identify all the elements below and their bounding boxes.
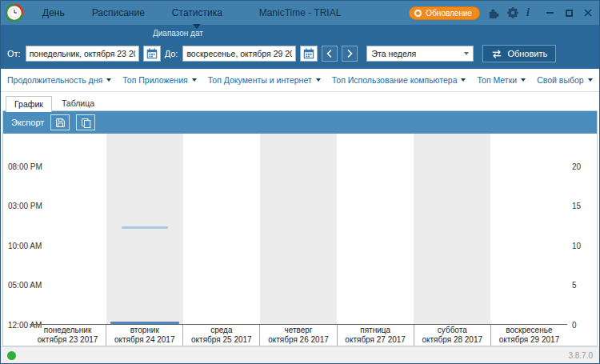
stat-menu-top-documents[interactable]: Топ Документы и интернет	[208, 75, 321, 85]
day-name: среда	[183, 326, 259, 335]
minimize-icon	[546, 12, 554, 14]
chart-series-day-length-hours	[122, 226, 168, 229]
chart-plot	[30, 134, 567, 325]
y-axis-value-label: 20	[572, 162, 581, 171]
version-label: 3.8.7.0	[568, 351, 593, 360]
save-icon	[55, 118, 66, 128]
date-range-band: Диапазон дат От: До:	[1, 25, 599, 69]
to-date-input[interactable]	[182, 46, 296, 62]
chart-column[interactable]	[414, 134, 490, 324]
chart-axis-right: 05101520	[567, 134, 597, 325]
day-date: октября 27 2017	[338, 335, 414, 345]
chart-column[interactable]	[337, 134, 414, 324]
stat-menu-top-tags[interactable]: Топ Метки	[477, 75, 526, 85]
stat-menu-computer-usage[interactable]: Топ Использование компьютера	[332, 75, 466, 85]
day-label: четвергоктября 26 2017	[259, 325, 336, 346]
day-date: октября 23 2017	[30, 335, 106, 345]
chart-axis-left: 12:00 AM05:00 AM10:00 AM03:00 PM08:00 PM	[3, 134, 30, 325]
chevron-down-icon	[192, 78, 197, 82]
day-date: октября 29 2017	[491, 335, 567, 345]
day-name: вторник	[106, 326, 182, 335]
previous-period-button[interactable]	[322, 46, 338, 62]
calendar-icon	[303, 48, 314, 59]
close-button[interactable]	[578, 1, 598, 25]
tab-chart[interactable]: График	[6, 96, 52, 112]
update-icon	[414, 10, 422, 17]
export-toolbar: Экспорт	[3, 111, 597, 134]
tab-timeline[interactable]: Расписание	[92, 1, 145, 25]
info-icon[interactable]: i	[526, 7, 530, 18]
chevron-down-icon	[316, 78, 321, 82]
statistics-menu-bar: Продолжительность дня Топ Приложения Топ…	[1, 69, 599, 92]
chart-day-labels: понедельникоктября 23 2017вторникоктября…	[30, 325, 567, 346]
save-image-button[interactable]	[50, 114, 70, 130]
day-label: воскресеньеоктября 29 2017	[490, 325, 567, 346]
next-period-button[interactable]	[342, 46, 358, 62]
refresh-button-label: Обновить	[507, 49, 547, 58]
from-date-input[interactable]	[26, 46, 139, 62]
chevron-down-icon	[464, 52, 469, 55]
maximize-button[interactable]	[559, 1, 578, 25]
update-available-button[interactable]: Обновление	[409, 6, 480, 20]
chart-column[interactable]	[260, 134, 337, 324]
from-label: От:	[7, 49, 21, 58]
day-name: четверг	[260, 326, 336, 335]
day-label: субботаоктября 28 2017	[414, 325, 490, 346]
stat-menu-custom[interactable]: Свой выбор	[537, 75, 592, 85]
from-calendar-button[interactable]	[143, 46, 161, 62]
to-label: До:	[165, 49, 178, 58]
tab-day[interactable]: День	[42, 1, 65, 25]
titlebar: День Расписание Статистика ManicTime - T…	[1, 1, 599, 25]
date-range-controls: От: До:	[7, 45, 596, 62]
maximize-icon	[566, 10, 573, 17]
settings-gear-icon[interactable]	[506, 6, 519, 19]
day-label: средаоктября 25 2017	[182, 325, 259, 346]
menu-label: Топ Приложения	[122, 75, 187, 85]
chart-column[interactable]	[106, 134, 183, 324]
copy-icon	[81, 118, 91, 128]
date-range-section-label: Диапазон дат	[153, 29, 203, 38]
tab-statistics-label: Статистика	[172, 7, 222, 18]
plugins-puzzle-icon[interactable]	[487, 7, 499, 19]
chevron-down-icon	[106, 78, 111, 82]
active-tab-indicator	[193, 24, 201, 29]
y-axis-value-label: 0	[572, 321, 577, 330]
tab-timeline-label: Расписание	[92, 7, 145, 18]
day-date: октября 25 2017	[183, 335, 259, 345]
day-label: пятницаоктября 27 2017	[337, 325, 414, 346]
stat-menu-day-length[interactable]: Продолжительность дня	[7, 75, 111, 85]
y-axis-value-label: 5	[572, 281, 577, 290]
day-label: вторникоктября 24 2017	[106, 325, 182, 346]
day-date: октября 26 2017	[260, 335, 336, 345]
export-label: Экспорт	[11, 118, 44, 127]
main-nav-tabs: День Расписание Статистика	[42, 1, 222, 25]
tab-statistics[interactable]: Статистика	[172, 1, 222, 25]
day-length-chart: 12:00 AM05:00 AM10:00 AM03:00 PM08:00 PM…	[3, 134, 597, 346]
titlebar-right-controls: Обновление i	[409, 1, 598, 25]
chart-column[interactable]	[30, 134, 106, 324]
calendar-icon	[146, 48, 158, 59]
tracking-status-indicator[interactable]	[7, 351, 16, 360]
stat-menu-top-applications[interactable]: Топ Приложения	[122, 75, 196, 85]
chart-column[interactable]	[490, 134, 567, 324]
refresh-icon	[491, 49, 502, 59]
menu-label: Топ Документы и интернет	[208, 75, 312, 85]
close-icon	[584, 9, 592, 17]
day-name: пятница	[338, 326, 414, 335]
info-glyph: i	[526, 7, 530, 18]
statusbar: 3.8.7.0	[1, 346, 599, 363]
chart-column[interactable]	[183, 134, 260, 324]
date-preset-value: Эта неделя	[371, 49, 416, 58]
view-tabs: График Таблица	[1, 92, 599, 111]
day-date: октября 24 2017	[106, 335, 182, 345]
copy-to-clipboard-button[interactable]	[76, 114, 95, 130]
date-preset-select[interactable]: Эта неделя	[366, 46, 474, 62]
minimize-button[interactable]	[540, 1, 559, 25]
to-calendar-button[interactable]	[300, 46, 318, 62]
day-name: понедельник	[30, 326, 106, 335]
refresh-button[interactable]: Обновить	[482, 45, 556, 62]
y-axis-value-label: 15	[572, 202, 581, 210]
tab-table[interactable]: Таблица	[54, 96, 102, 111]
chart-series-baseline	[110, 322, 179, 324]
menu-label: Топ Использование компьютера	[332, 75, 458, 85]
